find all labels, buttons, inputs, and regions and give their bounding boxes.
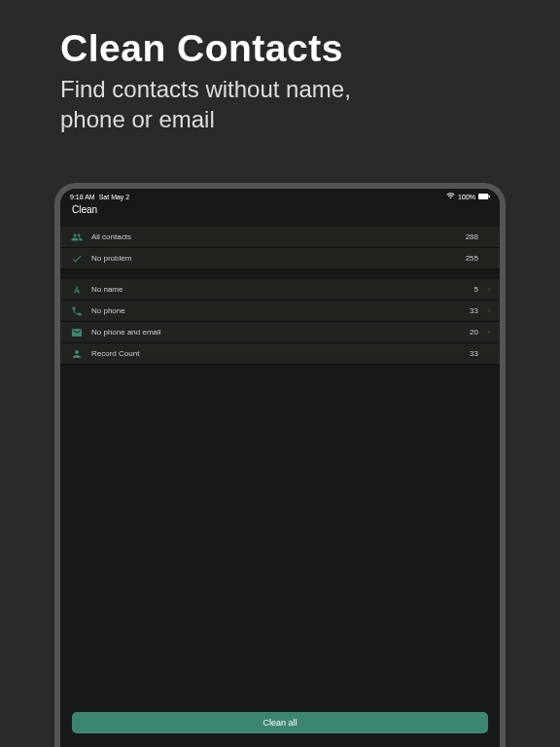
- row-label: Record Count: [91, 349, 470, 358]
- row-count: 20: [470, 328, 478, 337]
- list-section-issues: No name 5 › No phone 33 › No phone and e…: [60, 279, 500, 365]
- row-label: No phone and email: [91, 328, 470, 337]
- chevron-right-icon: ›: [484, 306, 490, 315]
- row-record-count[interactable]: Record Count 33 ›: [60, 343, 500, 365]
- wifi-icon: [446, 193, 455, 200]
- row-label: No problem: [91, 254, 466, 263]
- person-count-icon: [70, 347, 84, 361]
- letter-icon: [70, 283, 84, 297]
- status-date: Sat May 2: [99, 194, 130, 200]
- promo-title: Clean Contacts: [0, 0, 560, 70]
- row-no-problem[interactable]: No problem 255 ›: [60, 248, 500, 269]
- row-all-contacts[interactable]: All contacts 288 ›: [60, 227, 500, 248]
- row-no-phone-email[interactable]: No phone and email 20 ›: [60, 322, 500, 343]
- row-label: No phone: [91, 306, 470, 315]
- row-label: All contacts: [91, 232, 466, 241]
- status-battery-pct: 100%: [458, 194, 475, 200]
- row-count: 255: [466, 254, 478, 263]
- row-no-name[interactable]: No name 5 ›: [60, 279, 500, 301]
- battery-icon: [478, 194, 490, 200]
- status-time: 9:18 AM: [70, 194, 95, 200]
- mail-icon: [70, 326, 84, 339]
- status-left: 9:18 AM Sat May 2: [70, 194, 129, 200]
- list-section-summary: All contacts 288 › No problem 255 ›: [60, 227, 500, 269]
- row-count: 288: [466, 232, 478, 241]
- row-count: 5: [474, 285, 478, 294]
- svg-rect-0: [478, 194, 488, 199]
- device-frame: 9:18 AM Sat May 2 100% Clean All contact…: [54, 183, 506, 747]
- check-icon: [70, 252, 84, 266]
- app-screen: 9:18 AM Sat May 2 100% Clean All contact…: [60, 189, 500, 747]
- promo-subtitle-line1: Find contacts without name,: [60, 76, 351, 102]
- bottom-button-area: Clean all: [60, 704, 500, 747]
- chevron-right-icon: ›: [484, 328, 490, 337]
- row-count: 33: [470, 306, 478, 315]
- nav-title: Clean: [60, 202, 500, 221]
- promo-subtitle: Find contacts without name, phone or ema…: [0, 70, 560, 134]
- promo-subtitle-line2: phone or email: [60, 106, 215, 132]
- status-right: 100%: [446, 193, 490, 200]
- row-count: 33: [470, 349, 478, 358]
- people-icon: [70, 231, 84, 244]
- chevron-right-icon: ›: [484, 285, 490, 294]
- clean-all-button[interactable]: Clean all: [72, 712, 488, 733]
- phone-icon: [70, 304, 84, 318]
- svg-rect-1: [489, 195, 490, 197]
- row-label: No name: [91, 285, 474, 294]
- row-no-phone[interactable]: No phone 33 ›: [60, 301, 500, 322]
- status-bar: 9:18 AM Sat May 2 100%: [60, 189, 500, 202]
